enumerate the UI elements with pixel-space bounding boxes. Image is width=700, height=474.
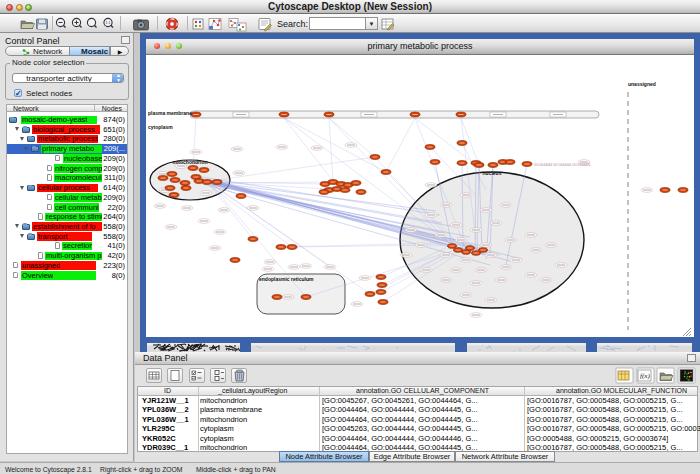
- svg-text:GO:0044464 GO:0044444 GO:00444: GO:0044464 GO:0044444 GO:0044445: [534, 163, 591, 167]
- svg-text:f(x): f(x): [640, 372, 650, 380]
- svg-text:endoplasmic reticulum: endoplasmic reticulum: [259, 276, 314, 282]
- svg-text:1:1: 1:1: [106, 21, 111, 25]
- svg-text:unassigned: unassigned: [628, 81, 656, 87]
- svg-text:cytoplasm: cytoplasm: [148, 124, 173, 130]
- svg-text:nucleus: nucleus: [483, 170, 502, 176]
- svg-text:plasma membrane: plasma membrane: [148, 110, 192, 116]
- svg-text:mitochondrion: mitochondrion: [173, 159, 208, 165]
